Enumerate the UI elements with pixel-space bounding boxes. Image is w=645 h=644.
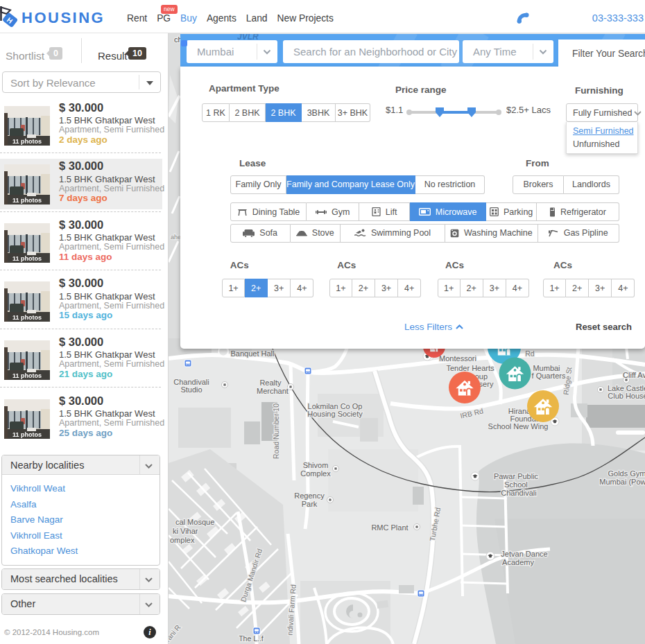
svg-text:Pawar Public: Pawar Public: [494, 472, 539, 480]
svg-text:cal Mosque: cal Mosque: [175, 518, 214, 526]
svg-text:f Quarters: f Quarters: [532, 372, 566, 380]
svg-text:Housing Society: Housing Society: [307, 410, 363, 418]
svg-text:Cliff Av: Cliff Av: [623, 371, 645, 379]
svg-text:Chandivali: Chandivali: [501, 489, 536, 497]
svg-text:Studio: Studio: [180, 385, 202, 394]
svg-text:Mumbai (Powai): Mumbai (Powai): [599, 478, 645, 486]
svg-text:Regency: Regency: [294, 491, 325, 500]
svg-text:Road Number 10: Road Number 10: [272, 403, 280, 459]
svg-text:ki Vihar: ki Vihar: [173, 527, 198, 535]
svg-text:omplex: omplex: [170, 536, 195, 544]
svg-text:Realty: Realty: [259, 378, 282, 387]
svg-text:ahe: ahe: [171, 234, 181, 241]
svg-text:Rd: Rd: [525, 349, 535, 358]
svg-text:Banquet Hall: Banquet Hall: [231, 349, 275, 358]
svg-text:The L..f: The L..f: [239, 634, 264, 643]
svg-text:Shivom: Shivom: [303, 461, 329, 469]
svg-text:School New Wing: School New Wing: [488, 422, 549, 430]
svg-text:Golds Gym: Golds Gym: [608, 469, 645, 478]
svg-text:Club House: Club House: [608, 392, 645, 400]
svg-text:Jetvan Dance: Jetvan Dance: [501, 550, 547, 558]
svg-text:Merchant: Merchant: [257, 387, 289, 395]
svg-text:sery: sery: [479, 380, 494, 388]
svg-text:Complex: Complex: [300, 469, 331, 478]
svg-text:RMC Plant: RMC Plant: [371, 523, 408, 532]
svg-text:Academy: Academy: [502, 558, 534, 566]
svg-text:Park: Park: [302, 500, 318, 508]
svg-text:Tender Hearts: Tender Hearts: [446, 364, 495, 372]
svg-text:Montessori: Montessori: [439, 354, 476, 363]
svg-text:School: School: [504, 480, 528, 489]
